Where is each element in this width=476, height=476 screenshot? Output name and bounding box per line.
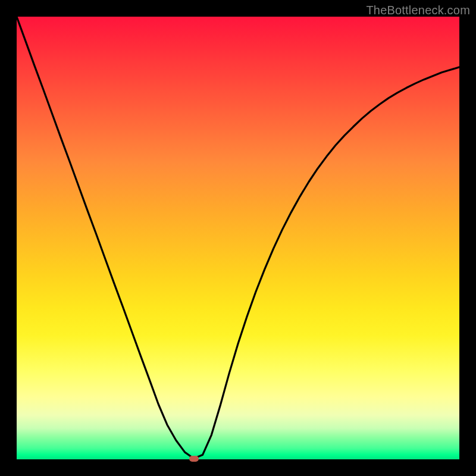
bottleneck-curve [17, 17, 459, 459]
minimum-marker [189, 456, 199, 462]
chart-frame: TheBottleneck.com [0, 0, 476, 476]
watermark-text: TheBottleneck.com [366, 4, 470, 17]
plot-area [17, 17, 459, 459]
